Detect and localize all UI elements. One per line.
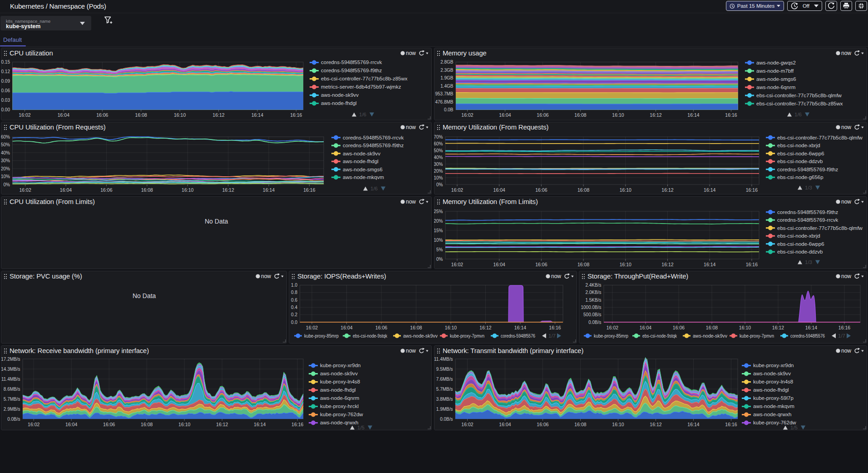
svg-text:kube-proxy-85mrp: kube-proxy-85mrp <box>594 333 628 339</box>
svg-text:0.15: 0.15 <box>1 60 10 65</box>
svg-text:16:14: 16:14 <box>687 422 699 427</box>
svg-text:40%: 40% <box>1 150 10 155</box>
svg-text:20%: 20% <box>434 169 443 174</box>
svg-text:aws-node-fhdgl: aws-node-fhdgl <box>343 159 379 164</box>
svg-text:16:04: 16:04 <box>493 187 505 193</box>
svg-text:16:08: 16:08 <box>135 112 147 118</box>
svg-text:16:14: 16:14 <box>254 422 266 427</box>
svg-text:16:06: 16:06 <box>537 422 548 427</box>
svg-text:16:08: 16:08 <box>141 422 153 427</box>
svg-text:ebs-csi-controller-77c77b5c8b-: ebs-csi-controller-77c77b5c8b-qlmfw <box>756 93 842 98</box>
svg-text:500.0B/s: 500.0B/s <box>583 312 601 317</box>
svg-text:16:08: 16:08 <box>574 422 586 427</box>
svg-text:30%: 30% <box>1 158 10 163</box>
svg-text:kube-proxy-85mrp: kube-proxy-85mrp <box>304 333 339 339</box>
svg-text:ebs-csi-node-ddzvb: ebs-csi-node-ddzvb <box>777 159 823 164</box>
svg-text:aws-node-m7bff: aws-node-m7bff <box>756 68 794 74</box>
svg-text:16:08: 16:08 <box>706 325 718 330</box>
svg-text:aws-node-gwqs2: aws-node-gwqs2 <box>756 60 796 65</box>
svg-text:16:04: 16:04 <box>60 187 72 193</box>
svg-text:2.4KB/s: 2.4KB/s <box>585 283 601 288</box>
svg-text:kube-proxy-762dw: kube-proxy-762dw <box>753 420 796 425</box>
svg-text:16:02: 16:02 <box>28 422 39 427</box>
svg-text:0.00: 0.00 <box>1 107 10 112</box>
svg-text:16:02: 16:02 <box>451 262 463 267</box>
svg-text:1/5: 1/5 <box>790 425 798 430</box>
svg-text:0.0B/s: 0.0B/s <box>440 417 453 422</box>
svg-text:16:06: 16:06 <box>375 325 387 330</box>
svg-text:16:12: 16:12 <box>650 422 661 427</box>
svg-text:ebs-csi-node-9stqk: ebs-csi-node-9stqk <box>353 333 387 339</box>
svg-text:0%: 0% <box>4 182 10 187</box>
svg-text:aws-node-mkqvm: aws-node-mkqvm <box>343 174 384 180</box>
svg-text:16:14: 16:14 <box>687 112 699 118</box>
svg-text:coredns-5948f5576: coredns-5948f5576 <box>501 333 535 339</box>
svg-text:16:06: 16:06 <box>535 187 547 193</box>
svg-text:20%: 20% <box>1 166 10 171</box>
svg-text:7.6MB/s: 7.6MB/s <box>436 377 453 382</box>
svg-text:16:02: 16:02 <box>607 325 618 330</box>
svg-text:aws-node-sk9vv: aws-node-sk9vv <box>321 92 359 98</box>
svg-text:16:16: 16:16 <box>725 422 737 427</box>
svg-text:ebs-csi-node-xbrjd: ebs-csi-node-xbrjd <box>777 143 820 148</box>
svg-text:16:04: 16:04 <box>499 422 511 427</box>
svg-text:16:10: 16:10 <box>612 112 624 118</box>
svg-text:kube-proxy-xr9dn: kube-proxy-xr9dn <box>753 363 794 368</box>
svg-text:16:16: 16:16 <box>290 112 302 118</box>
svg-text:coredns-5948f55769-f9thz: coredns-5948f55769-f9thz <box>777 209 838 215</box>
svg-text:metrics-server-6db4d75b97-wjmk: metrics-server-6db4d75b97-wjmkz <box>321 84 401 90</box>
svg-text:0.09: 0.09 <box>1 79 10 84</box>
svg-text:0.6: 0.6 <box>291 298 297 303</box>
svg-text:16:02: 16:02 <box>19 187 31 193</box>
svg-text:0.2: 0.2 <box>291 312 297 317</box>
svg-text:16:12: 16:12 <box>222 187 234 193</box>
svg-text:1/3: 1/3 <box>805 259 812 265</box>
svg-text:16:10: 16:10 <box>178 422 190 427</box>
svg-text:aws-node-6qnrm: aws-node-6qnrm <box>756 85 795 90</box>
svg-text:kube-proxy-hrckl: kube-proxy-hrckl <box>320 403 359 409</box>
svg-text:1.5KB/s: 1.5KB/s <box>585 298 601 303</box>
svg-text:0.12: 0.12 <box>1 69 10 74</box>
svg-text:aws-node-smgs6: aws-node-smgs6 <box>343 167 383 172</box>
svg-text:10%: 10% <box>1 174 10 179</box>
svg-text:11.4MB/s: 11.4MB/s <box>434 357 453 362</box>
svg-text:ebs-csi-controller-77c77b5c8b-: ebs-csi-controller-77c77b5c8b-z85wx <box>321 76 408 81</box>
svg-text:aws-node-mkqvm: aws-node-mkqvm <box>753 403 794 409</box>
svg-text:16:10: 16:10 <box>612 422 624 427</box>
svg-text:2.0KB/s: 2.0KB/s <box>585 290 601 295</box>
svg-text:16:08: 16:08 <box>577 262 589 267</box>
svg-text:15%: 15% <box>434 228 443 233</box>
svg-text:16:08: 16:08 <box>410 325 422 330</box>
svg-text:0.0B/s: 0.0B/s <box>588 320 601 325</box>
svg-text:50%: 50% <box>1 142 10 147</box>
svg-text:aws-node-sk9vv: aws-node-sk9vv <box>343 151 380 156</box>
svg-text:16:04: 16:04 <box>493 262 505 267</box>
svg-text:16:02: 16:02 <box>451 187 463 193</box>
svg-text:aws-node-qrwxh: aws-node-qrwxh <box>753 412 791 417</box>
svg-text:ebs-csi-node-9stqk: ebs-csi-node-9stqk <box>642 333 677 339</box>
svg-text:coredns-5948f55769-rrcvk: coredns-5948f55769-rrcvk <box>343 135 404 140</box>
svg-text:aws-node-sk9vv: aws-node-sk9vv <box>403 333 438 339</box>
svg-text:0.03: 0.03 <box>1 98 10 103</box>
svg-text:16:10: 16:10 <box>174 112 186 118</box>
svg-text:0.06: 0.06 <box>1 88 10 93</box>
svg-text:ebs-csi-controller-77c77b5c8b-: ebs-csi-controller-77c77b5c8b-qlmfw <box>777 225 863 231</box>
svg-text:1/5: 1/5 <box>357 425 365 430</box>
svg-text:16:08: 16:08 <box>574 112 586 118</box>
svg-text:16:16: 16:16 <box>549 325 561 330</box>
svg-text:1/7: 1/7 <box>548 333 556 339</box>
svg-text:8.6MB/s: 8.6MB/s <box>4 387 20 392</box>
svg-text:953.7MB: 953.7MB <box>435 91 453 96</box>
svg-text:1.9GB: 1.9GB <box>440 75 454 80</box>
svg-text:ebs-csi-controller-77c77b5c8b-: ebs-csi-controller-77c77b5c8b-z85wx <box>756 101 843 106</box>
svg-text:2.3GB: 2.3GB <box>440 68 454 73</box>
svg-text:kube-proxy-7pmvn: kube-proxy-7pmvn <box>450 333 484 339</box>
svg-text:0%: 0% <box>436 182 443 187</box>
svg-text:coredns-5948f55769-f9thz: coredns-5948f55769-f9thz <box>321 68 382 73</box>
svg-text:40%: 40% <box>434 155 443 160</box>
svg-text:1/6: 1/6 <box>359 112 366 117</box>
svg-text:16:02: 16:02 <box>461 422 473 427</box>
svg-text:16:04: 16:04 <box>340 325 352 330</box>
svg-text:1/7: 1/7 <box>838 333 845 339</box>
svg-text:0.0B/s: 0.0B/s <box>7 417 20 422</box>
